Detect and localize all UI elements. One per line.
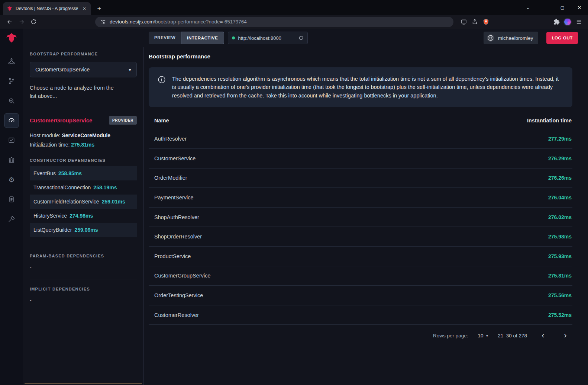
forward-button[interactable] [16,16,28,28]
rows-per-page-value: 10 [478,333,484,339]
logout-button[interactable]: LOG OUT [546,32,578,44]
browser-tab[interactable]: Devtools | NestJS - A progressive ✕ [3,2,91,15]
node-select-dropdown[interactable]: CustomerGroupService ▾ [30,62,137,77]
window-maximize-button[interactable]: ▢ [554,0,571,15]
row-name: ShopOrderResolver [154,234,202,240]
refresh-icon[interactable] [298,35,304,41]
url-path: /bootstrap-performance?node=-65179764 [154,19,247,25]
nav-insights-item[interactable] [4,93,19,108]
row-name: CustomerResolver [154,312,199,318]
tab-capture-button[interactable] [458,16,469,28]
table-row: ProductService 275.93ms [149,247,572,266]
target-url-input[interactable]: http://localhost:8000 [228,32,308,44]
brave-shields-button[interactable] [480,16,491,28]
column-header-name: Name [154,118,169,123]
gear-icon: ⚙ [8,176,14,183]
constructor-deps-title: CONSTRUCTOR DEPENDENCIES [30,158,137,163]
user-avatar [487,34,495,42]
tab-close-icon[interactable]: ✕ [81,5,88,12]
performance-table: Name Instantiation time AuthResolver 277… [149,112,572,346]
dependency-item[interactable]: TransactionalConnection 258.19ms [30,180,137,195]
info-banner: The dependencies resolution algorithm is… [149,67,572,107]
nav-modules-item[interactable] [4,153,19,167]
search-stats-icon [8,97,15,105]
row-time: 276.26ms [548,175,572,181]
constructor-deps-list: EventBus 258.85ms TransactionalConnectio… [30,166,137,237]
implicit-deps-title: IMPLICIT DEPENDENCIES [30,287,137,291]
back-button[interactable] [4,16,16,28]
main-content: Bootstrap performance The dependencies r… [144,47,588,385]
dependency-time: 258.19ms [93,185,117,190]
window-controls: ⌄ — ▢ ✕ [520,0,588,15]
row-time: 276.29ms [548,155,572,161]
provider-badge: PROVIDER [109,116,137,125]
tab-title: Devtools | NestJS - A progressive [16,6,78,11]
horizontal-scrollbar[interactable] [25,383,142,384]
nestjs-logo[interactable] [0,29,23,47]
browser-toolbar: devtools.nestjs.com/bootstrap-performanc… [0,15,588,29]
nav-tools-item[interactable] [4,212,19,227]
nav-graph-item[interactable] [4,54,19,69]
dependency-graph-icon [8,58,15,65]
monitor-icon [461,19,467,25]
target-url-value: http://localhost:8000 [238,35,295,41]
maximize-glyph: ▢ [560,5,564,10]
sidebar-hint: Choose a node to analyze from the list a… [30,84,121,100]
row-name: OrderModifier [154,175,187,181]
forward-arrow-icon [18,19,25,25]
browser-window: Devtools | NestJS - A progressive ✕ + ⌄ … [0,0,588,385]
app-nav: ⚙ [4,54,19,227]
nav-audit-item[interactable] [4,133,19,148]
address-bar[interactable]: devtools.nestjs.com/bootstrap-performanc… [95,17,453,27]
table-row: OrderModifier 276.26ms [149,169,572,188]
rows-per-page-dropdown[interactable]: 10 ▾ [478,333,488,339]
init-time-label: Initialization time: [30,142,71,148]
table-body: AuthResolver 277.29ms CustomerService 27… [149,129,572,325]
browser-menu-button[interactable] [573,16,584,28]
url-domain: devtools.nestjs.com [110,19,154,25]
window-minimize-button[interactable]: — [537,0,554,15]
tab-search-chevron-icon[interactable]: ⌄ [520,0,537,15]
nestjs-favicon-icon [7,6,13,12]
reload-button[interactable] [28,16,39,28]
info-text: The dependencies resolution algorithm is… [172,75,563,100]
dependency-item[interactable]: CustomFieldRelationService 259.01ms [30,195,137,209]
chevron-down-icon: ▾ [129,67,131,73]
browser-profile-button[interactable] [562,16,573,28]
nav-logs-item[interactable] [4,192,19,207]
share-button[interactable] [469,16,480,28]
status-dot [232,36,235,39]
row-name: AuthResolver [154,136,187,142]
dependency-item[interactable]: HistoryService 274.98ms [30,209,137,223]
dependency-item[interactable]: EventBus 258.85ms [30,166,137,180]
nav-routes-item[interactable] [4,74,19,89]
row-time: 277.29ms [548,136,572,142]
host-module-row: Host module: ServiceCoreModule [30,132,137,138]
table-row: ShopAuthResolver 276.02ms [149,208,572,227]
preview-mode-button[interactable]: PREVIEW [149,32,181,44]
info-icon [158,76,166,84]
tab-strip: Devtools | NestJS - A progressive ✕ + ⌄ … [0,0,588,15]
dependency-time: 259.06ms [75,227,98,233]
nav-settings-item[interactable]: ⚙ [4,172,19,187]
dependency-name: ListQueryBuilder [33,227,72,233]
previous-page-button[interactable]: ‹ [537,329,549,342]
extensions-button[interactable] [551,16,562,28]
row-name: ProductService [154,253,191,259]
next-page-button[interactable]: › [559,329,572,342]
interactive-mode-button[interactable]: INTERACTIVE [181,32,224,44]
window-close-button[interactable]: ✕ [571,0,588,15]
table-row: AuthResolver 277.29ms [149,129,572,149]
dependency-item[interactable]: ListQueryBuilder 259.06ms [30,223,137,237]
page-title: Bootstrap performance [149,53,572,60]
row-name: CustomerService [154,155,196,161]
table-row: CustomerResolver 275.52ms [149,305,572,325]
user-menu[interactable]: michaelbromley [484,32,539,44]
bank-building-icon [8,156,15,164]
new-tab-button[interactable]: + [94,4,104,13]
table-header: Name Instantiation time [149,112,572,129]
nav-bootstrap-performance-item[interactable] [4,113,19,128]
checklist-icon [8,137,15,144]
dependency-name: EventBus [33,170,56,176]
puzzle-icon [553,19,560,25]
